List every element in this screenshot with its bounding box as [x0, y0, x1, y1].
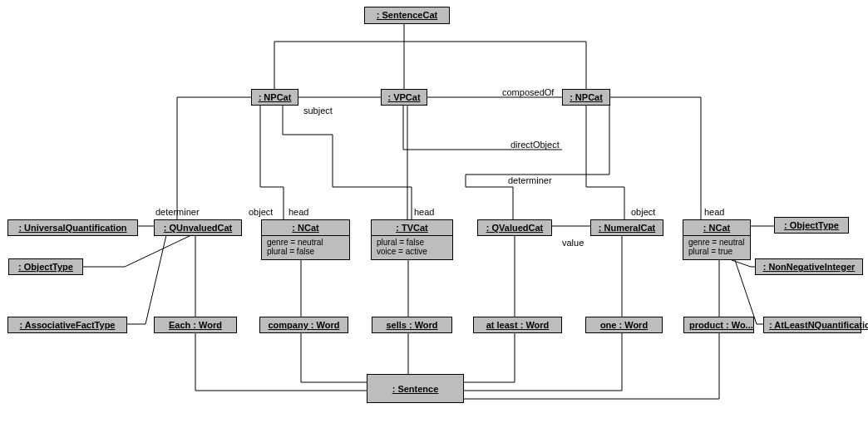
title-numeral-cat: : NumeralCat	[591, 220, 663, 235]
node-tvcat: : TVCat plural = false voice = active	[371, 219, 453, 260]
node-object-type-2: : ObjectType	[774, 217, 849, 234]
label-head-2: head	[414, 207, 434, 217]
attr-ncat2-2: plural = true	[688, 247, 745, 256]
attr-tvcat-1: plural = false	[377, 238, 447, 247]
node-one-word: one : Word	[585, 317, 663, 333]
attr-ncat1-1: genre = neutral	[267, 238, 344, 247]
node-company-word: company : Word	[259, 317, 348, 333]
title-qvalued-cat: : QValuedCat	[478, 220, 551, 235]
title-sells-word: sells : Word	[372, 317, 451, 332]
node-assoc-fact-type: : AssociativeFactType	[7, 317, 127, 333]
node-numeral-cat: : NumeralCat	[590, 219, 663, 236]
title-object-type-2: : ObjectType	[775, 218, 848, 233]
title-product-word: product : Wo...	[684, 317, 753, 332]
node-ncat-2: : NCat genre = neutral plural = true	[683, 219, 751, 260]
attr-ncat1-2: plural = false	[267, 247, 344, 256]
node-atleast-n-quant: : AtLeastNQuantification	[763, 317, 861, 333]
label-object-2: object	[631, 207, 655, 217]
label-composedof: composedOf	[502, 87, 554, 97]
node-ncat-1: : NCat genre = neutral plural = false	[261, 219, 350, 260]
title-ncat-1: : NCat	[262, 220, 349, 235]
label-object-1: object	[249, 207, 273, 217]
title-nonneg-int: : NonNegativeInteger	[756, 259, 862, 274]
node-nonneg-int: : NonNegativeInteger	[755, 258, 863, 275]
title-tvcat: : TVCat	[372, 220, 452, 235]
title-company-word: company : Word	[260, 317, 348, 332]
node-vpcat: : VPCat	[381, 89, 427, 106]
title-universal-quant: : UniversalQuantification	[8, 220, 137, 235]
title-object-type-1: : ObjectType	[9, 259, 82, 274]
label-determiner-2: determiner	[508, 175, 552, 185]
title-atleast-n-quant: : AtLeastNQuantification	[764, 317, 861, 332]
title-sentence: : Sentence	[387, 381, 444, 396]
node-each-word: Each : Word	[154, 317, 237, 333]
node-qunvalued-cat: : QUnvaluedCat	[154, 219, 242, 236]
node-qvalued-cat: : QValuedCat	[477, 219, 552, 236]
node-npcat-2: : NPCat	[562, 89, 610, 106]
title-sentence-cat: : SentenceCat	[365, 7, 449, 22]
title-npcat-2: : NPCat	[563, 90, 609, 105]
label-directobject: directObject	[510, 140, 560, 150]
attr-tvcat-2: voice = active	[377, 247, 447, 256]
title-each-word: Each : Word	[155, 317, 236, 332]
label-head-3: head	[704, 207, 724, 217]
node-object-type-1: : ObjectType	[8, 258, 83, 275]
title-qunvalued-cat: : QUnvaluedCat	[155, 220, 241, 235]
title-ncat-2: : NCat	[683, 220, 750, 235]
attr-ncat2-1: genre = neutral	[688, 238, 745, 247]
title-atleast-word: at least : Word	[474, 317, 561, 332]
node-atleast-word: at least : Word	[473, 317, 562, 333]
node-sentence-cat: : SentenceCat	[364, 7, 450, 24]
title-assoc-fact-type: : AssociativeFactType	[8, 317, 126, 332]
label-value: value	[562, 238, 584, 248]
label-head-1: head	[289, 207, 308, 217]
label-determiner-1: determiner	[155, 207, 200, 217]
title-one-word: one : Word	[586, 317, 662, 332]
node-sentence: : Sentence	[367, 374, 464, 403]
node-product-word: product : Wo...	[683, 317, 754, 333]
title-npcat-1: : NPCat	[252, 90, 298, 105]
node-npcat-1: : NPCat	[251, 89, 298, 106]
node-universal-quant: : UniversalQuantification	[7, 219, 138, 236]
label-subject: subject	[303, 106, 333, 116]
title-vpcat: : VPCat	[382, 90, 427, 105]
node-sells-word: sells : Word	[372, 317, 452, 333]
